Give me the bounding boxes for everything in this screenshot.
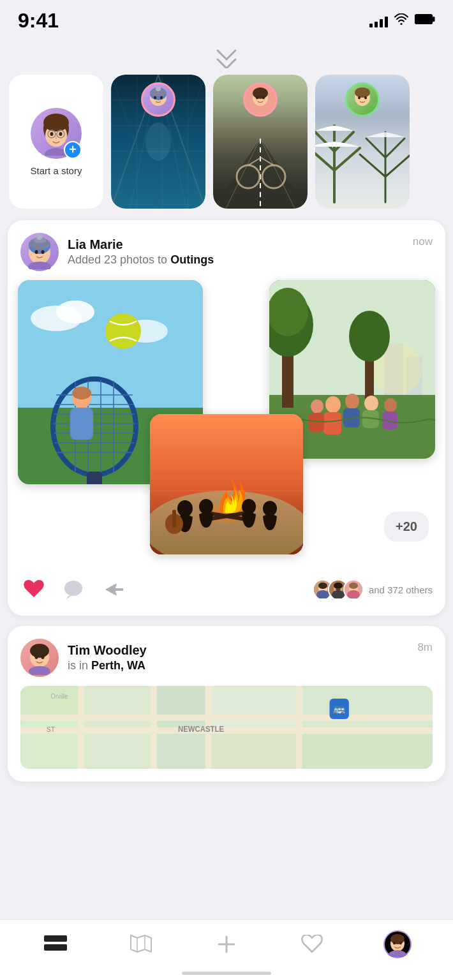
svg-point-125 bbox=[35, 655, 38, 659]
svg-point-124 bbox=[30, 644, 49, 658]
svg-text:Orville: Orville bbox=[51, 693, 68, 700]
story-item-2[interactable] bbox=[213, 75, 308, 209]
svg-line-6 bbox=[226, 59, 235, 68]
photo-campfire[interactable] bbox=[150, 414, 303, 554]
card-avatar-1[interactable] bbox=[20, 233, 59, 271]
start-story-item[interactable]: + Start a story bbox=[9, 75, 103, 209]
card-meta-2: Tim Woodley is in Perth, WA bbox=[68, 643, 147, 672]
svg-rect-2 bbox=[433, 17, 435, 22]
like-button[interactable] bbox=[20, 576, 47, 603]
svg-text:ST: ST bbox=[47, 725, 56, 733]
reaction-count-1: and 372 others bbox=[369, 584, 433, 595]
battery-icon bbox=[415, 14, 435, 27]
svg-point-110 bbox=[64, 581, 82, 596]
svg-point-103 bbox=[177, 500, 193, 517]
svg-point-59 bbox=[56, 301, 94, 323]
story-item-1[interactable] bbox=[111, 75, 205, 209]
plus-more-badge[interactable]: +20 bbox=[384, 512, 429, 542]
reaction-row-1: and 372 others bbox=[313, 579, 433, 600]
svg-point-77 bbox=[72, 387, 91, 399]
svg-point-54 bbox=[41, 250, 45, 254]
nav-item-map[interactable] bbox=[122, 934, 160, 954]
svg-point-159 bbox=[393, 942, 396, 945]
nav-item-home[interactable] bbox=[36, 935, 75, 953]
svg-point-13 bbox=[50, 132, 54, 136]
add-story-button[interactable]: + bbox=[64, 141, 82, 159]
card-user-name-2: Tim Woodley bbox=[68, 643, 147, 658]
svg-rect-129 bbox=[20, 686, 81, 718]
share-button[interactable] bbox=[100, 576, 126, 603]
svg-rect-133 bbox=[81, 718, 154, 769]
svg-point-43 bbox=[262, 96, 265, 100]
status-time: 9:41 bbox=[18, 9, 59, 33]
svg-rect-1 bbox=[415, 15, 433, 24]
svg-rect-105 bbox=[172, 510, 176, 528]
svg-point-106 bbox=[199, 499, 213, 514]
nav-item-add[interactable] bbox=[207, 934, 246, 954]
svg-point-158 bbox=[390, 934, 405, 944]
svg-point-46 bbox=[358, 96, 360, 100]
svg-point-85 bbox=[269, 288, 308, 336]
svg-rect-136 bbox=[299, 686, 433, 731]
card-time-2: 8m bbox=[417, 641, 433, 654]
card-desc-1: Added 23 photos to Outings bbox=[68, 253, 214, 267]
story-avatar-1 bbox=[141, 82, 175, 117]
wifi-icon bbox=[394, 13, 408, 28]
comment-button[interactable] bbox=[60, 576, 87, 603]
svg-point-26 bbox=[145, 122, 171, 161]
svg-point-121 bbox=[349, 583, 358, 589]
card-time-1: now bbox=[413, 235, 433, 248]
add-icon bbox=[216, 934, 237, 954]
svg-point-45 bbox=[355, 87, 370, 98]
svg-point-53 bbox=[35, 250, 38, 254]
card-header-2: Tim Woodley is in Perth, WA 8m bbox=[20, 639, 433, 677]
svg-point-31 bbox=[154, 96, 156, 100]
collapse-area[interactable] bbox=[0, 36, 453, 75]
home-icon bbox=[44, 935, 67, 953]
svg-point-88 bbox=[325, 396, 341, 413]
svg-point-32 bbox=[160, 96, 163, 100]
card-desc-2: is in Perth, WA bbox=[68, 659, 147, 672]
svg-rect-143 bbox=[20, 715, 433, 721]
card-user-name-1: Lia Marie bbox=[68, 237, 214, 252]
card-actions-1: and 372 others bbox=[20, 574, 433, 603]
svg-point-126 bbox=[41, 655, 45, 659]
svg-point-96 bbox=[384, 398, 397, 412]
svg-point-160 bbox=[399, 942, 402, 945]
story-avatar-2 bbox=[243, 82, 278, 117]
svg-text:NEWCASTLE: NEWCASTLE bbox=[178, 725, 224, 733]
nav-item-likes[interactable] bbox=[293, 935, 331, 954]
svg-rect-144 bbox=[20, 727, 433, 734]
card-meta-1: Lia Marie Added 23 photos to Outings bbox=[68, 237, 214, 267]
nav-item-profile[interactable] bbox=[378, 930, 417, 958]
heart-icon bbox=[301, 935, 323, 954]
stories-row: + Start a story bbox=[0, 75, 453, 220]
my-avatar-wrap: + bbox=[31, 108, 82, 159]
svg-rect-135 bbox=[209, 686, 300, 731]
svg-point-9 bbox=[43, 114, 69, 131]
feed-card-1: Lia Marie Added 23 photos to Outings now bbox=[8, 220, 445, 616]
map-icon bbox=[130, 934, 152, 954]
profile-avatar bbox=[383, 930, 412, 958]
card-album-name: Outings bbox=[170, 253, 214, 266]
bottom-nav bbox=[0, 919, 453, 980]
svg-rect-131 bbox=[154, 686, 209, 718]
reaction-avatars-1 bbox=[313, 579, 364, 600]
svg-point-0 bbox=[401, 23, 403, 25]
photo-grid-1: +20 bbox=[18, 280, 435, 561]
card-header-left-2: Tim Woodley is in Perth, WA bbox=[20, 639, 147, 677]
svg-text:🚌: 🚌 bbox=[333, 702, 345, 715]
svg-point-90 bbox=[345, 394, 359, 409]
svg-point-30 bbox=[156, 86, 161, 91]
svg-point-87 bbox=[349, 311, 390, 362]
svg-point-108 bbox=[263, 501, 277, 516]
collapse-icon bbox=[212, 45, 241, 68]
map-preview[interactable]: ST NEWCASTLE Orville 🚌 bbox=[20, 686, 433, 769]
card-avatar-2[interactable] bbox=[20, 639, 59, 677]
svg-rect-76 bbox=[70, 408, 93, 440]
story-item-3[interactable] bbox=[315, 75, 410, 209]
svg-rect-74 bbox=[87, 471, 102, 484]
card-header-1: Lia Marie Added 23 photos to Outings now bbox=[20, 233, 433, 271]
svg-point-42 bbox=[256, 96, 258, 100]
svg-rect-130 bbox=[81, 686, 154, 718]
